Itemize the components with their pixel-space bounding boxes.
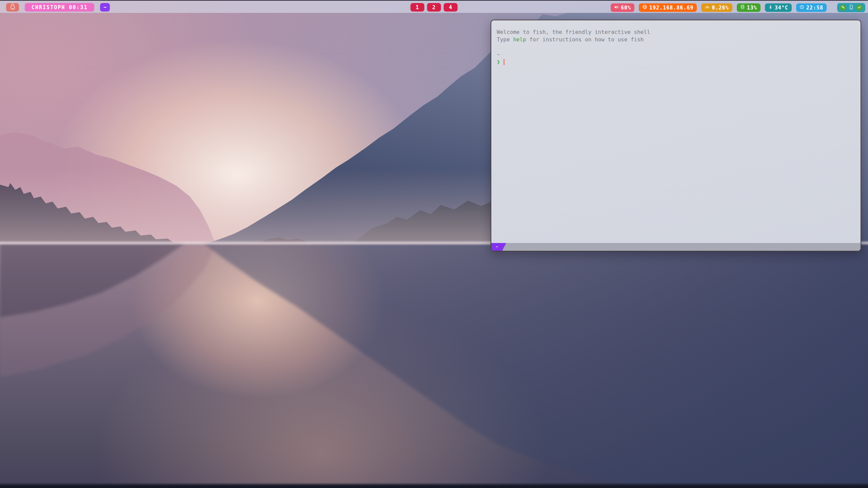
shore-strip bbox=[0, 483, 868, 488]
network-widget[interactable]: 192.168.86.69 bbox=[639, 3, 697, 12]
volume-value: 60% bbox=[621, 5, 631, 11]
workspace-label: 2 bbox=[432, 4, 436, 11]
ip-address-value: 192.168.86.69 bbox=[649, 5, 693, 11]
tab-label: ~ bbox=[496, 245, 498, 249]
clock-value: 22:58 bbox=[806, 5, 823, 11]
phone-tray-button[interactable] bbox=[849, 4, 854, 12]
bar-left-group: CHRISTOPH 00:31 ~ bbox=[6, 3, 110, 12]
greeting-text: Type bbox=[497, 36, 513, 43]
fish-greeting-line1: Welcome to fish, the friendly interactiv… bbox=[497, 28, 854, 36]
wallpaper-lake bbox=[0, 243, 868, 488]
launcher-button[interactable] bbox=[6, 3, 19, 12]
prompt-symbol: ❯ bbox=[497, 59, 500, 65]
phone-icon bbox=[849, 6, 854, 12]
layout-indicator-badge[interactable]: ~ bbox=[100, 3, 110, 12]
temperature-value: 34°C bbox=[775, 5, 788, 11]
temperature-widget[interactable]: 34°C bbox=[765, 3, 792, 12]
database-icon bbox=[740, 4, 745, 11]
terminal-output[interactable]: Welcome to fish, the friendly interactiv… bbox=[491, 20, 861, 243]
user-uptime-badge[interactable]: CHRISTOPH 00:31 bbox=[25, 3, 94, 12]
workspace-tag-4[interactable]: 4 bbox=[444, 3, 458, 12]
user-uptime-label: CHRISTOPH 00:31 bbox=[32, 4, 87, 11]
system-tray bbox=[837, 3, 865, 12]
prompt-line: ❯ bbox=[497, 58, 854, 66]
mist-overlay bbox=[0, 169, 492, 243]
speaker-icon bbox=[614, 5, 619, 11]
globe-icon bbox=[642, 4, 647, 11]
fish-greeting-line2: Type help for instructions on how to use… bbox=[497, 36, 854, 43]
cpu-widget[interactable]: 0.26% bbox=[701, 3, 732, 12]
memory-value: 13% bbox=[747, 5, 757, 11]
blank-line bbox=[497, 43, 854, 51]
gauge-icon bbox=[705, 5, 710, 11]
prompt-cwd: ~ bbox=[497, 51, 854, 58]
help-keyword: help bbox=[513, 36, 526, 43]
workspace-switcher: 1 2 4 bbox=[411, 3, 458, 12]
terminal-tab-bar: ~ bbox=[491, 243, 861, 251]
memory-widget[interactable]: 13% bbox=[737, 3, 761, 12]
check-icon bbox=[857, 5, 862, 11]
workspace-label: 1 bbox=[416, 4, 419, 11]
workspace-tag-1[interactable]: 1 bbox=[411, 3, 425, 12]
bar-right-group: 60% 192.168.86.69 bbox=[611, 3, 865, 12]
tux-icon bbox=[10, 3, 16, 11]
clock-icon bbox=[800, 5, 804, 11]
sync-tray-button[interactable] bbox=[856, 4, 863, 11]
keepass-tray-button[interactable] bbox=[840, 4, 846, 11]
desktop: CHRISTOPH 00:31 ~ 1 2 4 bbox=[0, 0, 868, 488]
workspace-tag-2[interactable]: 2 bbox=[427, 3, 441, 12]
workspace-label: 4 bbox=[449, 4, 452, 11]
text-cursor bbox=[504, 59, 505, 65]
lake-reflections bbox=[0, 243, 868, 488]
thermometer-icon bbox=[768, 4, 773, 11]
key-icon bbox=[841, 5, 845, 11]
terminal-tab-active[interactable]: ~ bbox=[491, 243, 506, 251]
terminal-window[interactable]: Welcome to fish, the friendly interactiv… bbox=[491, 20, 861, 251]
volume-widget[interactable]: 60% bbox=[611, 3, 634, 12]
cpu-value: 0.26% bbox=[712, 5, 729, 11]
status-bar: CHRISTOPH 00:31 ~ 1 2 4 bbox=[0, 0, 868, 13]
layout-label: ~ bbox=[103, 4, 107, 11]
clock-widget[interactable]: 22:58 bbox=[796, 3, 827, 12]
greeting-text: for instructions on how to use fish bbox=[526, 36, 644, 43]
